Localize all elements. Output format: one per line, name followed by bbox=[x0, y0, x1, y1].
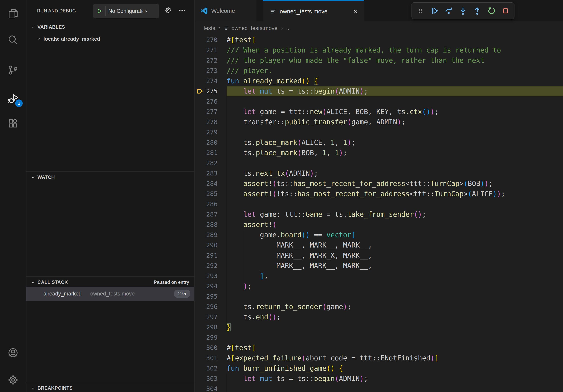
line-number[interactable]: 281 bbox=[195, 148, 227, 158]
line-number[interactable]: 297 bbox=[195, 312, 227, 322]
restart-button[interactable] bbox=[486, 6, 497, 16]
line-number[interactable]: 277 bbox=[195, 107, 227, 117]
code-line-content[interactable]: let game = ttt::new(ALICE, BOB, KEY, ts.… bbox=[227, 107, 563, 117]
tab-welcome[interactable]: Welcome bbox=[195, 0, 256, 22]
code-line-content[interactable] bbox=[227, 291, 563, 301]
line-number[interactable]: 294 bbox=[195, 281, 227, 291]
section-header-variables[interactable]: VARIABLES bbox=[26, 22, 194, 33]
line-number[interactable]: 284 bbox=[195, 178, 227, 189]
code-line-content[interactable]: /// the player who made the "false" move… bbox=[227, 55, 563, 65]
sidebar-item-extensions[interactable] bbox=[0, 116, 26, 131]
line-number[interactable]: 283 bbox=[195, 168, 227, 178]
code-line-content[interactable]: ts.end(); bbox=[227, 312, 563, 322]
tab-owned-tests-move[interactable]: owned_tests.move bbox=[263, 0, 364, 22]
code-line-content[interactable]: ts.place_mark(ALICE, 1, 1); bbox=[227, 137, 563, 148]
sidebar-item-search[interactable] bbox=[0, 33, 26, 47]
line-number[interactable]: 270 bbox=[195, 35, 227, 45]
code-line-content[interactable]: game.board() == vector[ bbox=[227, 230, 563, 240]
line-number[interactable]: 302 bbox=[195, 363, 227, 373]
section-header-watch[interactable]: WATCH bbox=[26, 172, 194, 183]
sidebar-item-explorer[interactable] bbox=[0, 7, 26, 21]
variables-scope-row[interactable]: locals: already_marked bbox=[26, 33, 194, 44]
step-out-button[interactable] bbox=[472, 6, 482, 16]
line-number[interactable]: 279 bbox=[195, 127, 227, 137]
code-line-content[interactable] bbox=[227, 384, 563, 392]
code-line-content[interactable]: /// player. bbox=[227, 65, 563, 76]
code-line-content[interactable] bbox=[227, 127, 563, 137]
line-number[interactable]: 271 bbox=[195, 45, 227, 55]
line-number[interactable]: 272 bbox=[195, 55, 227, 65]
section-header-breakpoints[interactable]: BREAKPOINTS bbox=[26, 382, 194, 392]
settings-button[interactable] bbox=[0, 373, 26, 387]
stop-button[interactable] bbox=[500, 6, 511, 16]
section-header-call-stack[interactable]: CALL STACK Paused on entry bbox=[26, 277, 194, 288]
line-number[interactable]: 282 bbox=[195, 158, 227, 168]
line-number[interactable]: 273 bbox=[195, 65, 227, 76]
breadcrumb-item[interactable]: ... bbox=[286, 25, 291, 31]
code-line-content[interactable] bbox=[227, 199, 563, 209]
code-lines[interactable]: 270#[test]271/// When a position is alre… bbox=[195, 35, 563, 392]
code-line-content[interactable]: MARK__, MARK_X, MARK__, bbox=[227, 250, 563, 261]
debug-config-dropdown[interactable]: No Configurations bbox=[93, 4, 159, 18]
line-number[interactable]: 288 bbox=[195, 220, 227, 230]
code-line-content[interactable]: assert!( bbox=[227, 220, 563, 230]
code-line-content[interactable]: transfer::public_transfer(game, ADMIN); bbox=[227, 117, 563, 127]
toolbar-drag-handle[interactable] bbox=[415, 6, 425, 16]
line-number[interactable]: 286 bbox=[195, 199, 227, 209]
line-number[interactable]: 298 bbox=[195, 322, 227, 332]
line-number[interactable]: 278 bbox=[195, 117, 227, 127]
code-line-content[interactable]: ts.next_tx(ADMIN); bbox=[227, 168, 563, 178]
account-button[interactable] bbox=[0, 346, 26, 360]
line-number[interactable]: 287 bbox=[195, 209, 227, 220]
line-number[interactable]: 291 bbox=[195, 250, 227, 261]
line-number[interactable]: 274 bbox=[195, 76, 227, 86]
line-number[interactable]: 300 bbox=[195, 343, 227, 353]
code-line-content[interactable]: MARK__, MARK__, MARK__, bbox=[227, 240, 563, 250]
line-number[interactable]: 293 bbox=[195, 271, 227, 281]
breadcrumb-item[interactable]: tests bbox=[204, 25, 215, 31]
line-number[interactable]: 295 bbox=[195, 291, 227, 301]
code-line-content[interactable]: } bbox=[227, 322, 563, 332]
line-number[interactable]: 296 bbox=[195, 301, 227, 312]
code-line-content[interactable]: let mut ts = ts::begin(ADMIN); bbox=[227, 86, 563, 96]
code-line-content[interactable]: fun burn_unfinished_game() { bbox=[227, 363, 563, 373]
code-line-content[interactable]: ); bbox=[227, 281, 563, 291]
line-number[interactable]: 299 bbox=[195, 332, 227, 343]
code-line-content[interactable]: ts.place_mark(BOB, 1, 1); bbox=[227, 148, 563, 158]
code-line-content[interactable]: MARK__, MARK__, MARK__, bbox=[227, 261, 563, 271]
code-line-content[interactable]: let mut ts = ts::begin(ADMIN); bbox=[227, 373, 563, 384]
code-line-content[interactable] bbox=[227, 158, 563, 168]
continue-button[interactable] bbox=[429, 6, 440, 16]
line-number[interactable]: 292 bbox=[195, 261, 227, 271]
start-debug-icon[interactable] bbox=[93, 8, 105, 15]
line-number[interactable]: 276 bbox=[195, 96, 227, 107]
sidebar-item-source-control[interactable] bbox=[0, 63, 26, 77]
line-number[interactable]: 304 bbox=[195, 384, 227, 392]
line-number[interactable]: 289 bbox=[195, 230, 227, 240]
code-line-content[interactable]: ts.return_to_sender(game); bbox=[227, 301, 563, 312]
sidebar-item-run-and-debug[interactable]: 1 bbox=[0, 91, 26, 106]
step-over-button[interactable] bbox=[444, 6, 454, 16]
code-line-content[interactable]: let game: ttt::Game = ts.take_from_sende… bbox=[227, 209, 563, 220]
line-number[interactable]: 290 bbox=[195, 240, 227, 250]
code-line-content[interactable]: #[test] bbox=[227, 35, 563, 45]
code-line-content[interactable]: ], bbox=[227, 271, 563, 281]
line-number[interactable]: 275 bbox=[195, 86, 227, 96]
code-line-content[interactable] bbox=[227, 96, 563, 107]
code-line-content[interactable]: assert!(ts::has_most_recent_for_address<… bbox=[227, 178, 563, 189]
code-line-content[interactable]: /// When a position is already marked, t… bbox=[227, 45, 563, 55]
line-number[interactable]: 280 bbox=[195, 137, 227, 148]
line-number[interactable]: 285 bbox=[195, 189, 227, 199]
line-number[interactable]: 303 bbox=[195, 373, 227, 384]
step-into-button[interactable] bbox=[458, 6, 468, 16]
views-more-actions-button[interactable] bbox=[178, 6, 187, 15]
code-line-content[interactable]: #[expected_failure(abort_code = ttt::ENo… bbox=[227, 353, 563, 363]
debug-settings-button[interactable] bbox=[164, 6, 173, 15]
call-stack-frame[interactable]: already_marked owned_tests.move 275 bbox=[26, 287, 194, 301]
code-line-content[interactable]: #[test] bbox=[227, 343, 563, 353]
close-icon[interactable] bbox=[353, 9, 359, 15]
code-line-content[interactable]: fun already_marked() { bbox=[227, 76, 563, 86]
code-line-content[interactable]: assert!(!ts::has_most_recent_for_address… bbox=[227, 189, 563, 199]
line-number[interactable]: 301 bbox=[195, 353, 227, 363]
code-line-content[interactable] bbox=[227, 332, 563, 343]
